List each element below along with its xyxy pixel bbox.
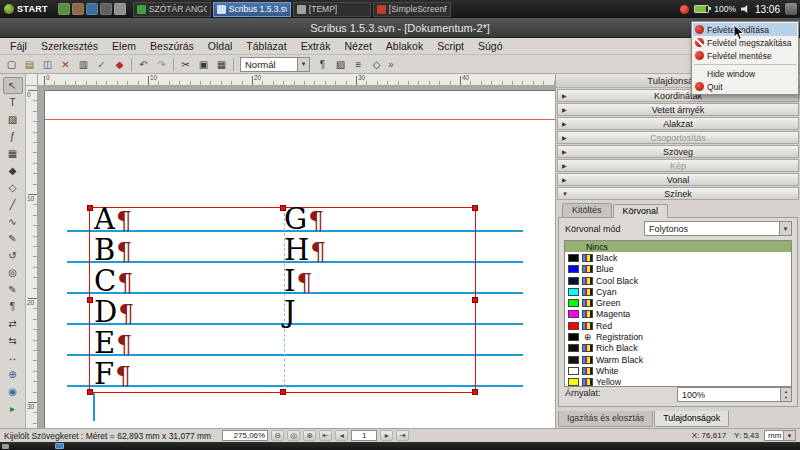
link-text-frames-tool[interactable]: ⇄ xyxy=(3,315,23,332)
print-icon[interactable]: ▥ xyxy=(75,56,92,72)
menu-ablakok[interactable]: Ablakok xyxy=(379,39,430,53)
section-szoveg[interactable]: ▶Szöveg xyxy=(557,145,799,158)
menu-szerkesztes[interactable]: Szerkesztés xyxy=(34,39,105,53)
first-page-button[interactable]: ⇤ xyxy=(319,430,332,441)
text-properties-icon[interactable]: ¶ xyxy=(314,56,331,72)
tray-menu-icon[interactable] xyxy=(785,3,797,15)
color-row-green[interactable]: Green xyxy=(565,297,791,308)
insert-line-tool[interactable]: ╱ xyxy=(3,196,23,213)
taskbar-task-temp[interactable]: [TEMP] xyxy=(293,2,371,17)
paste-icon[interactable]: ▦ xyxy=(213,56,230,72)
image-effects-icon[interactable]: ▧ xyxy=(332,56,349,72)
insert-image-frame-tool[interactable]: ▨ xyxy=(3,111,23,128)
unlink-text-frames-tool[interactable]: ⇆ xyxy=(3,332,23,349)
quick-launch-icon-4[interactable] xyxy=(100,3,112,15)
quick-launch-icon-2[interactable] xyxy=(72,3,84,15)
frame-handle[interactable] xyxy=(87,297,93,303)
color-row-registration[interactable]: ⊕Registration xyxy=(565,331,791,342)
taskbar-task-szotar-angol[interactable]: SZÓTÁR ANGOL-... xyxy=(133,2,211,17)
menu-nezet[interactable]: Nézet xyxy=(337,39,378,53)
color-row-yellow[interactable]: Yellow xyxy=(565,377,791,387)
document-canvas[interactable]: A¶B¶C¶D¶E¶F¶G¶H¶I¶J xyxy=(38,86,555,428)
new-document-icon[interactable]: ▢ xyxy=(3,56,20,72)
select-tool[interactable]: ↖ xyxy=(3,77,23,94)
insert-render-frame-tool[interactable]: ƒ xyxy=(3,128,23,145)
section-vetett-arnyek[interactable]: ▶Vetett árnyék xyxy=(557,103,799,116)
color-row-cyan[interactable]: Cyan xyxy=(565,286,791,297)
page-number-field[interactable]: 1 xyxy=(351,430,377,441)
frame-handle[interactable] xyxy=(280,389,286,395)
last-page-button[interactable]: ⇥ xyxy=(396,430,409,441)
rotate-item-tool[interactable]: ↺ xyxy=(3,247,23,264)
open-document-icon[interactable]: ▤ xyxy=(21,56,38,72)
selected-text-frame[interactable] xyxy=(89,207,476,393)
tray-menu-item-hide-window[interactable]: Hide window xyxy=(693,67,797,80)
color-row-blue[interactable]: Blue xyxy=(565,264,791,275)
section-kep[interactable]: ▶Kép xyxy=(557,159,799,172)
menu-tablazat[interactable]: Táblázat xyxy=(239,39,293,53)
menu-sugo[interactable]: Súgó xyxy=(471,39,510,53)
edit-contents-tool[interactable]: ✎ xyxy=(3,281,23,298)
tray-menu-item-felvetel-megszakitasa[interactable]: Felvétel megszakítása xyxy=(693,36,797,49)
menu-script[interactable]: Script xyxy=(430,39,471,53)
copy-item-properties-tool[interactable]: ⊕ xyxy=(3,366,23,383)
frame-handle[interactable] xyxy=(472,389,478,395)
menu-beszuras[interactable]: Beszúrás xyxy=(143,39,201,53)
insert-text-frame-tool[interactable]: T xyxy=(3,94,23,111)
story-editor-tool[interactable]: ¶ xyxy=(3,298,23,315)
tray-menu-item-felvetel-mentese[interactable]: Felvétel mentése xyxy=(693,49,797,62)
frame-handle[interactable] xyxy=(87,389,93,395)
color-row-warm-black[interactable]: Warm Black xyxy=(565,354,791,365)
speaker-icon[interactable] xyxy=(741,5,750,14)
ruler-origin[interactable] xyxy=(26,74,38,86)
menu-oldal[interactable]: Oldal xyxy=(201,39,240,53)
insert-shape-tool[interactable]: ◆ xyxy=(3,162,23,179)
section-alakzat[interactable]: ▶Alakzat xyxy=(557,117,799,130)
insert-bezier-tool[interactable]: ∿ xyxy=(3,213,23,230)
cut-icon[interactable]: ✂ xyxy=(177,56,194,72)
close-document-icon[interactable]: ✕ xyxy=(57,56,74,72)
tray-menu-item-felvetel-inditasa[interactable]: Felvétel indítása xyxy=(693,23,797,36)
taskbar-task-scribus-1-5-3-sv[interactable]: Scribus 1.5.3.sv... xyxy=(213,2,291,17)
layers-icon[interactable]: ≡ xyxy=(350,56,367,72)
dock-tab-igazitas-es-elosztas[interactable]: Igazítás és elosztás xyxy=(558,411,653,427)
taskbar-task-simplescreenr[interactable]: [SimpleScreenR... xyxy=(373,2,451,17)
quick-launch-icon-5[interactable] xyxy=(114,3,126,15)
redo-icon[interactable]: ↷ xyxy=(153,56,170,72)
next-page-button[interactable]: ▸ xyxy=(380,430,393,441)
pdf-tools[interactable]: ▸ xyxy=(3,400,23,417)
dock-tab-tulajdonsagok[interactable]: Tulajdonságok xyxy=(654,411,729,427)
measurements-tool[interactable]: ↔ xyxy=(3,349,23,366)
menu-extrak[interactable]: Extrák xyxy=(294,39,338,53)
menu-fajl[interactable]: Fájl xyxy=(3,39,34,53)
shapes-icon[interactable]: ◇ xyxy=(368,56,385,72)
color-row-nincs[interactable]: Nincs xyxy=(565,241,791,252)
color-row-black[interactable]: Black xyxy=(565,252,791,263)
preview-mode-select[interactable]: Normál▾ xyxy=(240,57,310,72)
frame-handle[interactable] xyxy=(472,205,478,211)
color-row-red[interactable]: Red xyxy=(565,320,791,331)
quick-launch-icon-1[interactable] xyxy=(58,3,70,15)
start-button[interactable]: START xyxy=(0,0,55,18)
unit-select[interactable]: mm ▾ xyxy=(764,430,796,441)
shade-input[interactable]: 100% ▲▼ xyxy=(677,387,792,402)
color-row-rich-black[interactable]: Rich Black xyxy=(565,343,791,354)
stroke-mode-select[interactable]: Folytonos ▾ xyxy=(644,221,792,236)
section-szinek[interactable]: ▼Színek xyxy=(557,187,799,200)
prev-page-button[interactable]: ◂ xyxy=(335,430,348,441)
tab-korvonal[interactable]: Körvonal xyxy=(613,204,669,218)
document-page[interactable]: A¶B¶C¶D¶E¶F¶G¶H¶I¶J xyxy=(44,90,555,428)
preflight-check-icon[interactable]: ✓ xyxy=(93,56,110,72)
zoom-in-button[interactable]: ⊕ xyxy=(303,430,316,441)
export-pdf-icon[interactable]: ◆ xyxy=(111,56,128,72)
eye-dropper-tool[interactable]: ◉ xyxy=(3,383,23,400)
frame-handle[interactable] xyxy=(472,297,478,303)
menu-elem[interactable]: Elem xyxy=(105,39,143,53)
color-row-magenta[interactable]: Magenta xyxy=(565,309,791,320)
recorder-tray-icon[interactable] xyxy=(680,5,689,14)
zoom-tool[interactable]: ◎ xyxy=(3,264,23,281)
toolbar-overflow-chevron[interactable]: » xyxy=(388,59,394,70)
copy-icon[interactable]: ▣ xyxy=(195,56,212,72)
undo-icon[interactable]: ↶ xyxy=(135,56,152,72)
zoom-level-field[interactable]: 275,06% xyxy=(222,430,268,441)
